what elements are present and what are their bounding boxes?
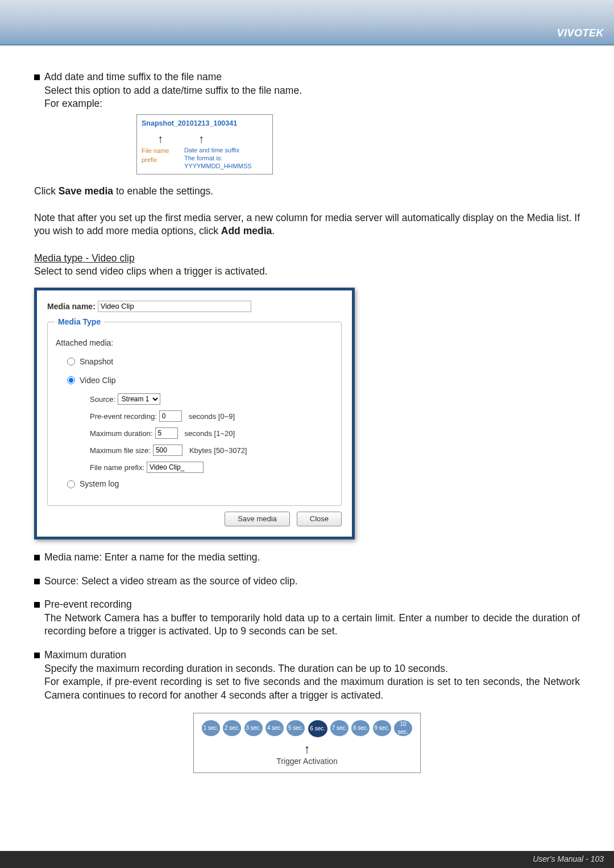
bullet-add-suffix: Add date and time suffix to the file nam… xyxy=(34,70,580,111)
media-type-desc: Select to send video clips when a trigge… xyxy=(34,265,580,279)
bullet-sub2: For example: xyxy=(44,97,580,111)
option-systemlog[interactable]: System log xyxy=(67,479,334,489)
prefix-input[interactable] xyxy=(147,462,204,473)
prefix-label: File name prefix xyxy=(142,146,176,171)
attached-media-label: Attached media: xyxy=(56,338,334,348)
preevent-label: Pre-event recording: xyxy=(90,412,157,422)
option-videoclip-label: Video Clip xyxy=(80,375,116,386)
maxdur-input[interactable] xyxy=(155,427,178,439)
radio-videoclip[interactable] xyxy=(67,376,75,384)
bullet-maxdur-l1: Specify the maximum recording duration i… xyxy=(44,662,580,676)
timeline-dot: 1 sec. xyxy=(202,720,220,736)
suffix-label: Date and time suffix The format is: YYYY… xyxy=(184,146,268,171)
maxsize-hint: Kbytes [50~3072] xyxy=(189,446,247,456)
save-media-button[interactable]: Save media xyxy=(225,512,290,526)
source-label: Source: xyxy=(90,394,115,405)
media-name-input[interactable] xyxy=(98,301,251,312)
trigger-activation-label: Trigger Activation xyxy=(202,756,412,767)
bullet-text: Add date and time suffix to the file nam… xyxy=(44,70,222,84)
arrow-up-icon: ↑ xyxy=(198,130,204,147)
page-header: VIVOTEK xyxy=(0,0,614,45)
option-videoclip[interactable]: Video Clip xyxy=(67,375,334,386)
bullet-maxdur-l2: For example, if pre-event recording is s… xyxy=(44,675,580,702)
timeline-dot: 8 sec. xyxy=(351,720,370,736)
bullet-preevent-title: Pre-event recording xyxy=(44,598,132,612)
page-content: Add date and time suffix to the file nam… xyxy=(0,45,614,773)
timeline-dot: 7 sec. xyxy=(330,720,349,736)
option-snapshot-label: Snapshot xyxy=(80,356,113,367)
bullet-icon xyxy=(34,653,40,658)
radio-snapshot[interactable] xyxy=(67,358,75,366)
bullet-icon xyxy=(34,74,40,80)
page-footer: User's Manual - 103 xyxy=(0,851,614,868)
prefix-label: File name prefix: xyxy=(90,463,144,473)
timeline-diagram: 1 sec.2 sec.3 sec.4 sec.5 sec.6 sec.7 se… xyxy=(193,713,421,774)
bullet-sub1: Select this option to add a date/time su… xyxy=(44,84,580,98)
media-name-label: Media name: xyxy=(47,301,96,310)
videoclip-details: Source: Stream 1 Pre-event recording: se… xyxy=(90,393,334,473)
timeline-dot: 4 sec. xyxy=(265,720,284,736)
snapshot-example-box: Snapshot_20101213_100341 ↑ ↑ File name p… xyxy=(136,114,273,175)
bullet-media-name: Media name: Enter a name for the media s… xyxy=(44,551,260,564)
bullet-icon xyxy=(34,602,40,608)
bullet-icon xyxy=(34,555,40,560)
arrow-up-icon: ↑ xyxy=(157,130,163,147)
timeline-dot: 10 sec. xyxy=(394,720,412,736)
bullet-maxdur-title: Maximum duration xyxy=(44,649,126,662)
brand-label: VIVOTEK xyxy=(557,27,604,39)
note-media-paragraph: Note that after you set up the first med… xyxy=(34,211,580,238)
close-button[interactable]: Close xyxy=(297,512,342,526)
bullet-source: Source: Select a video stream as the sou… xyxy=(44,575,298,588)
snapshot-filename: Snapshot_20101213_100341 xyxy=(142,118,268,129)
timeline-dot: 6 sec. xyxy=(308,720,327,737)
bullet-preevent-body: The Network Camera has a buffer to tempo… xyxy=(44,612,580,638)
maxsize-label: Maximum file size: xyxy=(90,446,151,456)
arrow-up-icon: ↑ xyxy=(202,741,412,758)
footer-text: User's Manual - 103 xyxy=(533,854,604,863)
maxdur-label: Maximum duration: xyxy=(90,429,153,439)
option-systemlog-label: System log xyxy=(80,479,119,489)
media-type-heading: Media type - Video clip xyxy=(34,252,135,264)
maxdur-hint: seconds [1~20] xyxy=(185,429,235,439)
source-select[interactable]: Stream 1 xyxy=(118,393,160,405)
media-type-fieldset: Media Type Attached media: Snapshot Vide… xyxy=(47,317,342,506)
maxsize-input[interactable] xyxy=(153,445,182,456)
preevent-hint: seconds [0~9] xyxy=(189,412,235,422)
lower-bullets: Media name: Enter a name for the media s… xyxy=(34,551,580,703)
click-save-paragraph: Click Save media to enable the settings. xyxy=(34,185,580,198)
media-settings-panel: Media name: Media Type Attached media: S… xyxy=(34,288,355,539)
timeline-dot: 3 sec. xyxy=(244,720,263,736)
bullet-icon xyxy=(34,579,40,584)
timeline-dot: 2 sec. xyxy=(223,720,241,736)
preevent-input[interactable] xyxy=(159,410,182,422)
timeline-dot: 9 sec. xyxy=(373,720,391,736)
radio-systemlog[interactable] xyxy=(67,480,75,488)
media-type-legend: Media Type xyxy=(55,317,104,327)
timeline-dot: 5 sec. xyxy=(287,720,305,736)
option-snapshot[interactable]: Snapshot xyxy=(67,356,334,367)
